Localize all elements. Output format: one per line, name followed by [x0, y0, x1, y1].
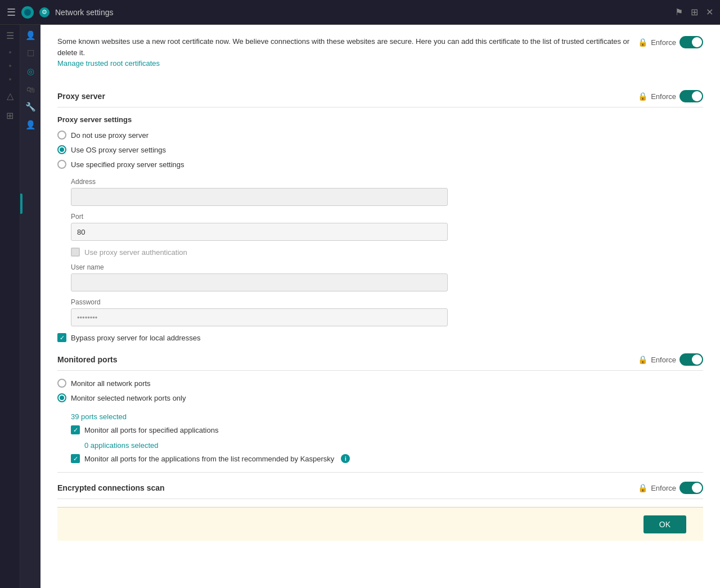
nav-icon-grid[interactable]: ⊞	[6, 110, 14, 121]
section-divider-1	[57, 472, 703, 473]
ports-option-selected-label: Monitor selected network ports only	[71, 394, 186, 402]
nav-icon-network[interactable]: ◎	[27, 66, 34, 77]
proxy-lock-icon: 🔒	[638, 92, 647, 101]
encrypted-enforce-label: Enforce	[651, 484, 676, 492]
nav-icon-person[interactable]: 👤	[25, 120, 36, 130]
encrypted-enforce-toggle[interactable]	[680, 482, 703, 494]
nav-icon-list[interactable]: ☰	[6, 30, 14, 41]
main-layout: ☰ △ ⊞ 👤 ☐ ◎ 🛍 🔧 👤 Some known websites us…	[0, 25, 720, 588]
flag-button[interactable]: ⚑	[675, 7, 683, 17]
sidebar-content: 👤 ☐ ◎ 🛍 🔧 👤	[20, 25, 40, 588]
sidebar-narrow: ☰ △ ⊞	[0, 25, 20, 588]
monitored-ports-section: Monitored ports 🔒 Enforce Monitor all ne…	[57, 353, 703, 463]
monitored-lock-icon: 🔒	[638, 355, 647, 364]
monitored-enforce-label: Enforce	[651, 356, 676, 364]
bypass-checkbox-item[interactable]: Bypass proxy server for local addresses	[57, 333, 703, 342]
kaspersky-checkbox-label: Monitor all ports for the applications f…	[84, 455, 334, 463]
ports-selected-link[interactable]: 39 ports selected	[71, 412, 127, 421]
titlebar: ☰ ⚙ Network settings ⚑ ⊞ ✕	[0, 0, 720, 25]
bypass-label: Bypass proxy server for local addresses	[71, 334, 200, 342]
apps-checkbox-label: Monitor all ports for specified applicat…	[84, 426, 218, 434]
nav-icon-store[interactable]: 🛍	[26, 84, 35, 94]
auth-checkbox[interactable]	[71, 248, 80, 257]
nav-icon-wrench[interactable]: 🔧	[25, 102, 36, 112]
apps-selected-link[interactable]: 0 applications selected	[84, 441, 159, 450]
encrypted-connections-header: Encrypted connections scan 🔒 Enforce	[57, 482, 703, 499]
nav-dot-1	[9, 51, 11, 53]
address-field-group: Address	[71, 178, 703, 206]
settings-icon: ⚙	[39, 7, 50, 17]
encrypted-connections-section: Encrypted connections scan 🔒 Enforce	[57, 482, 703, 499]
proxy-radio-none[interactable]	[57, 131, 66, 140]
apps-checkbox-item[interactable]: Monitor all ports for specified applicat…	[71, 425, 703, 434]
port-label: Port	[71, 213, 703, 221]
address-input[interactable]	[71, 188, 448, 206]
proxy-radio-os[interactable]	[57, 145, 66, 154]
proxy-enforce-label: Enforce	[651, 92, 676, 101]
proxy-server-header: Proxy server 🔒 Enforce	[57, 90, 703, 107]
proxy-option-none[interactable]: Do not use proxy server	[57, 131, 703, 140]
kaspersky-info-icon[interactable]: i	[341, 454, 350, 463]
encrypted-connections-title: Encrypted connections scan	[57, 483, 165, 492]
close-button[interactable]: ✕	[706, 7, 713, 17]
trusted-lock-icon: 🔒	[638, 38, 647, 47]
trusted-certs-desc: Some known websites use a new root certi…	[57, 36, 703, 58]
kaspersky-checkbox[interactable]	[71, 454, 80, 463]
auth-checkbox-item[interactable]: Use proxy server authentication	[71, 248, 703, 257]
proxy-radio-custom[interactable]	[57, 160, 66, 169]
trusted-certs-text: Some known websites use a new root certi…	[57, 36, 633, 58]
monitored-ports-title: Monitored ports	[57, 355, 118, 364]
ports-radio-all[interactable]	[57, 379, 66, 388]
port-input[interactable]	[71, 223, 448, 241]
proxy-server-title: Proxy server	[57, 92, 105, 101]
active-tab-indicator	[20, 194, 22, 214]
proxy-option-custom-label: Use specified proxy server settings	[71, 160, 184, 169]
bookmark-button[interactable]: ⊞	[691, 7, 698, 17]
encrypted-enforce-group: 🔒 Enforce	[638, 482, 703, 494]
port-field-group: Port	[71, 213, 703, 241]
nav-icon-user[interactable]: 👤	[25, 30, 36, 41]
proxy-option-custom[interactable]: Use specified proxy server settings	[57, 160, 703, 169]
ok-button[interactable]: OK	[644, 515, 686, 533]
nav-dot-3	[9, 78, 11, 80]
apps-checkbox[interactable]	[71, 425, 80, 434]
username-input[interactable]	[71, 273, 448, 291]
password-label: Password	[71, 298, 703, 306]
monitored-ports-header: Monitored ports 🔒 Enforce	[57, 353, 703, 371]
proxy-option-none-label: Do not use proxy server	[71, 131, 148, 140]
proxy-radio-group: Do not use proxy server Use OS proxy ser…	[57, 131, 703, 169]
nav-dot-2	[9, 65, 11, 67]
proxy-option-os-label: Use OS proxy server settings	[71, 146, 166, 154]
window-title: Network settings	[55, 8, 669, 17]
proxy-option-os[interactable]: Use OS proxy server settings	[57, 145, 703, 154]
password-input[interactable]	[71, 308, 448, 326]
nav-icon-device[interactable]: ☐	[27, 48, 34, 59]
ports-option-selected[interactable]: Monitor selected network ports only	[57, 393, 703, 402]
address-label: Address	[71, 178, 703, 186]
proxy-enforce-toggle[interactable]	[680, 90, 703, 102]
auth-checkbox-label: Use proxy server authentication	[84, 248, 187, 257]
manage-trusted-certs-link[interactable]: Manage trusted root certificates	[57, 59, 160, 68]
username-label: User name	[71, 263, 703, 271]
proxy-server-section: Proxy server 🔒 Enforce Proxy server sett…	[57, 90, 703, 342]
main-content: Some known websites use a new root certi…	[40, 25, 720, 588]
app-logo	[21, 6, 34, 19]
monitor-indent: 39 ports selected Monitor all ports for …	[71, 411, 703, 463]
kaspersky-checkbox-item[interactable]: Monitor all ports for the applications f…	[71, 454, 703, 463]
proxy-settings-label: Proxy server settings	[57, 115, 703, 124]
nav-icon-warning[interactable]: △	[7, 91, 14, 101]
menu-icon[interactable]: ☰	[7, 6, 16, 19]
trusted-enforce-group: 🔒 Enforce	[638, 36, 703, 48]
ports-radio-group: Monitor all network ports Monitor select…	[57, 379, 703, 402]
bottom-bar: OK	[57, 507, 703, 541]
bypass-checkbox[interactable]	[57, 333, 66, 342]
trusted-certs-section: Some known websites use a new root certi…	[57, 36, 703, 79]
ports-option-all-label: Monitor all network ports	[71, 379, 151, 388]
trusted-enforce-toggle[interactable]	[680, 36, 703, 48]
monitored-enforce-toggle[interactable]	[680, 353, 703, 366]
trusted-enforce-label: Enforce	[651, 38, 676, 47]
ports-radio-selected[interactable]	[57, 393, 66, 402]
password-field-group: Password	[71, 298, 703, 326]
monitored-enforce-group: 🔒 Enforce	[638, 353, 703, 366]
ports-option-all[interactable]: Monitor all network ports	[57, 379, 703, 388]
